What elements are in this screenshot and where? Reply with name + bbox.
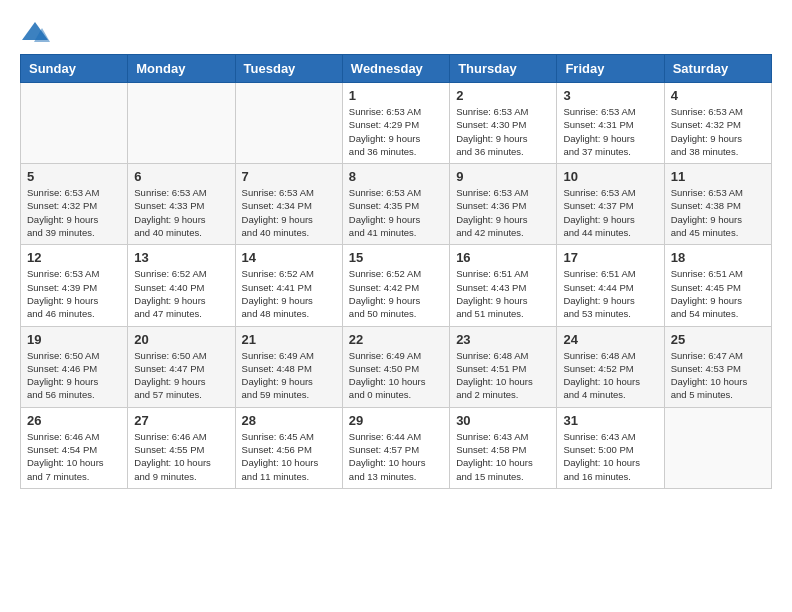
day-info: Sunrise: 6:53 AM Sunset: 4:33 PM Dayligh…	[134, 186, 228, 239]
day-number: 30	[456, 413, 550, 428]
header-day-wednesday: Wednesday	[342, 55, 449, 83]
day-info: Sunrise: 6:53 AM Sunset: 4:37 PM Dayligh…	[563, 186, 657, 239]
calendar-table: SundayMondayTuesdayWednesdayThursdayFrid…	[20, 54, 772, 489]
header-day-friday: Friday	[557, 55, 664, 83]
day-cell: 14Sunrise: 6:52 AM Sunset: 4:41 PM Dayli…	[235, 245, 342, 326]
day-info: Sunrise: 6:53 AM Sunset: 4:29 PM Dayligh…	[349, 105, 443, 158]
day-number: 16	[456, 250, 550, 265]
day-info: Sunrise: 6:48 AM Sunset: 4:52 PM Dayligh…	[563, 349, 657, 402]
day-cell: 19Sunrise: 6:50 AM Sunset: 4:46 PM Dayli…	[21, 326, 128, 407]
day-cell	[128, 83, 235, 164]
day-info: Sunrise: 6:50 AM Sunset: 4:46 PM Dayligh…	[27, 349, 121, 402]
day-info: Sunrise: 6:46 AM Sunset: 4:54 PM Dayligh…	[27, 430, 121, 483]
day-info: Sunrise: 6:52 AM Sunset: 4:42 PM Dayligh…	[349, 267, 443, 320]
day-info: Sunrise: 6:53 AM Sunset: 4:31 PM Dayligh…	[563, 105, 657, 158]
day-cell: 9Sunrise: 6:53 AM Sunset: 4:36 PM Daylig…	[450, 164, 557, 245]
day-cell: 5Sunrise: 6:53 AM Sunset: 4:32 PM Daylig…	[21, 164, 128, 245]
header-day-saturday: Saturday	[664, 55, 771, 83]
day-number: 21	[242, 332, 336, 347]
week-row-2: 5Sunrise: 6:53 AM Sunset: 4:32 PM Daylig…	[21, 164, 772, 245]
day-number: 8	[349, 169, 443, 184]
week-row-1: 1Sunrise: 6:53 AM Sunset: 4:29 PM Daylig…	[21, 83, 772, 164]
day-number: 6	[134, 169, 228, 184]
day-info: Sunrise: 6:51 AM Sunset: 4:43 PM Dayligh…	[456, 267, 550, 320]
day-cell: 27Sunrise: 6:46 AM Sunset: 4:55 PM Dayli…	[128, 407, 235, 488]
day-cell: 17Sunrise: 6:51 AM Sunset: 4:44 PM Dayli…	[557, 245, 664, 326]
day-cell: 8Sunrise: 6:53 AM Sunset: 4:35 PM Daylig…	[342, 164, 449, 245]
day-number: 20	[134, 332, 228, 347]
day-number: 26	[27, 413, 121, 428]
day-number: 29	[349, 413, 443, 428]
week-row-3: 12Sunrise: 6:53 AM Sunset: 4:39 PM Dayli…	[21, 245, 772, 326]
day-info: Sunrise: 6:50 AM Sunset: 4:47 PM Dayligh…	[134, 349, 228, 402]
day-number: 2	[456, 88, 550, 103]
day-cell: 25Sunrise: 6:47 AM Sunset: 4:53 PM Dayli…	[664, 326, 771, 407]
header-day-thursday: Thursday	[450, 55, 557, 83]
day-info: Sunrise: 6:53 AM Sunset: 4:32 PM Dayligh…	[27, 186, 121, 239]
day-number: 11	[671, 169, 765, 184]
day-number: 24	[563, 332, 657, 347]
day-number: 4	[671, 88, 765, 103]
day-cell: 23Sunrise: 6:48 AM Sunset: 4:51 PM Dayli…	[450, 326, 557, 407]
day-cell	[21, 83, 128, 164]
day-info: Sunrise: 6:53 AM Sunset: 4:34 PM Dayligh…	[242, 186, 336, 239]
day-cell: 31Sunrise: 6:43 AM Sunset: 5:00 PM Dayli…	[557, 407, 664, 488]
week-row-5: 26Sunrise: 6:46 AM Sunset: 4:54 PM Dayli…	[21, 407, 772, 488]
day-info: Sunrise: 6:43 AM Sunset: 4:58 PM Dayligh…	[456, 430, 550, 483]
day-info: Sunrise: 6:47 AM Sunset: 4:53 PM Dayligh…	[671, 349, 765, 402]
day-cell: 12Sunrise: 6:53 AM Sunset: 4:39 PM Dayli…	[21, 245, 128, 326]
day-info: Sunrise: 6:53 AM Sunset: 4:30 PM Dayligh…	[456, 105, 550, 158]
day-cell: 21Sunrise: 6:49 AM Sunset: 4:48 PM Dayli…	[235, 326, 342, 407]
day-info: Sunrise: 6:53 AM Sunset: 4:39 PM Dayligh…	[27, 267, 121, 320]
logo-icon	[20, 20, 50, 44]
day-cell: 18Sunrise: 6:51 AM Sunset: 4:45 PM Dayli…	[664, 245, 771, 326]
day-cell: 22Sunrise: 6:49 AM Sunset: 4:50 PM Dayli…	[342, 326, 449, 407]
day-cell	[664, 407, 771, 488]
day-info: Sunrise: 6:51 AM Sunset: 4:44 PM Dayligh…	[563, 267, 657, 320]
day-cell: 26Sunrise: 6:46 AM Sunset: 4:54 PM Dayli…	[21, 407, 128, 488]
day-number: 13	[134, 250, 228, 265]
day-cell: 2Sunrise: 6:53 AM Sunset: 4:30 PM Daylig…	[450, 83, 557, 164]
week-row-4: 19Sunrise: 6:50 AM Sunset: 4:46 PM Dayli…	[21, 326, 772, 407]
header-row: SundayMondayTuesdayWednesdayThursdayFrid…	[21, 55, 772, 83]
day-info: Sunrise: 6:45 AM Sunset: 4:56 PM Dayligh…	[242, 430, 336, 483]
day-cell: 29Sunrise: 6:44 AM Sunset: 4:57 PM Dayli…	[342, 407, 449, 488]
day-info: Sunrise: 6:53 AM Sunset: 4:38 PM Dayligh…	[671, 186, 765, 239]
calendar-header: SundayMondayTuesdayWednesdayThursdayFrid…	[21, 55, 772, 83]
day-cell: 30Sunrise: 6:43 AM Sunset: 4:58 PM Dayli…	[450, 407, 557, 488]
day-cell: 20Sunrise: 6:50 AM Sunset: 4:47 PM Dayli…	[128, 326, 235, 407]
day-info: Sunrise: 6:52 AM Sunset: 4:41 PM Dayligh…	[242, 267, 336, 320]
day-cell: 15Sunrise: 6:52 AM Sunset: 4:42 PM Dayli…	[342, 245, 449, 326]
day-info: Sunrise: 6:44 AM Sunset: 4:57 PM Dayligh…	[349, 430, 443, 483]
day-cell: 7Sunrise: 6:53 AM Sunset: 4:34 PM Daylig…	[235, 164, 342, 245]
day-number: 10	[563, 169, 657, 184]
day-number: 14	[242, 250, 336, 265]
header	[20, 20, 772, 44]
day-cell: 24Sunrise: 6:48 AM Sunset: 4:52 PM Dayli…	[557, 326, 664, 407]
day-info: Sunrise: 6:52 AM Sunset: 4:40 PM Dayligh…	[134, 267, 228, 320]
day-number: 23	[456, 332, 550, 347]
day-number: 28	[242, 413, 336, 428]
day-cell: 13Sunrise: 6:52 AM Sunset: 4:40 PM Dayli…	[128, 245, 235, 326]
day-number: 5	[27, 169, 121, 184]
day-number: 12	[27, 250, 121, 265]
day-number: 18	[671, 250, 765, 265]
day-number: 25	[671, 332, 765, 347]
day-info: Sunrise: 6:46 AM Sunset: 4:55 PM Dayligh…	[134, 430, 228, 483]
calendar-body: 1Sunrise: 6:53 AM Sunset: 4:29 PM Daylig…	[21, 83, 772, 489]
day-cell: 3Sunrise: 6:53 AM Sunset: 4:31 PM Daylig…	[557, 83, 664, 164]
day-number: 1	[349, 88, 443, 103]
day-cell: 6Sunrise: 6:53 AM Sunset: 4:33 PM Daylig…	[128, 164, 235, 245]
day-number: 9	[456, 169, 550, 184]
day-number: 19	[27, 332, 121, 347]
day-cell: 4Sunrise: 6:53 AM Sunset: 4:32 PM Daylig…	[664, 83, 771, 164]
day-number: 27	[134, 413, 228, 428]
logo	[20, 20, 54, 44]
day-info: Sunrise: 6:53 AM Sunset: 4:32 PM Dayligh…	[671, 105, 765, 158]
day-cell	[235, 83, 342, 164]
header-day-tuesday: Tuesday	[235, 55, 342, 83]
day-info: Sunrise: 6:49 AM Sunset: 4:48 PM Dayligh…	[242, 349, 336, 402]
day-number: 7	[242, 169, 336, 184]
day-cell: 28Sunrise: 6:45 AM Sunset: 4:56 PM Dayli…	[235, 407, 342, 488]
day-info: Sunrise: 6:48 AM Sunset: 4:51 PM Dayligh…	[456, 349, 550, 402]
